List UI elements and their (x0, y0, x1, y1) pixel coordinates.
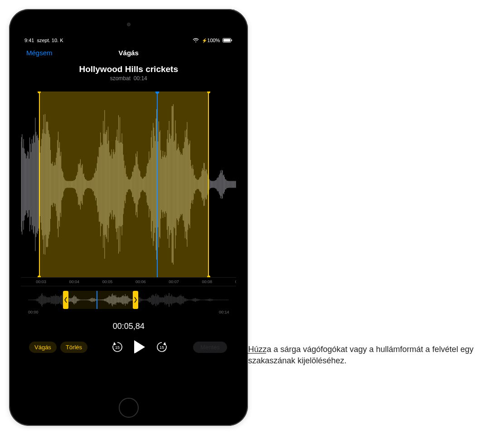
svg-rect-2 (232, 39, 233, 41)
playhead[interactable] (157, 92, 158, 277)
overview-start-time: 00:00 (28, 310, 39, 314)
home-button[interactable] (119, 398, 139, 418)
ruler-tick: 00:05 (102, 280, 113, 284)
screen-title: Vágás (119, 49, 139, 57)
battery-percent: ⚡100% (202, 38, 220, 43)
waveform-editor[interactable] (21, 92, 236, 277)
recording-header: Hollywood Hills crickets szombat 00:14 (21, 64, 236, 82)
overview-selection[interactable] (68, 291, 133, 309)
overview-times: 00:00 00:14 (28, 310, 229, 314)
status-time: 9:41 (24, 38, 34, 43)
cancel-button[interactable]: Mégsem (26, 49, 53, 57)
ruler-tick: 00:08 (202, 280, 213, 284)
app-screen: 9:41 szept. 10. K ⚡100% Mégse (21, 36, 236, 394)
callout-leader-line (80, 344, 271, 371)
overview-shade-right (133, 291, 229, 309)
ruler-tick: 00:06 (136, 280, 146, 284)
ruler-tick: 00:07 (169, 280, 179, 284)
trim-button[interactable]: Vágás (29, 342, 57, 353)
wifi-icon (193, 38, 199, 43)
overview-playhead[interactable] (97, 291, 97, 309)
recording-title: Hollywood Hills crickets (21, 64, 236, 74)
trim-handle-start-top[interactable] (38, 92, 41, 93)
overview-handle-start[interactable] (63, 291, 68, 309)
battery-icon (223, 38, 233, 43)
front-camera (127, 23, 131, 26)
ruler-tick: 00:04 (69, 280, 80, 284)
overview-end-time: 00:14 (219, 310, 229, 314)
ruler-tick: 00:09 (235, 280, 237, 284)
status-date: szept. 10. K (37, 38, 63, 43)
annotation-callout (80, 344, 248, 371)
time-ruler: 00:02 00:03 00:04 00:05 00:06 00:07 00:0… (21, 277, 236, 286)
overview-shade-left (28, 291, 68, 309)
overview-handle-end[interactable] (133, 291, 138, 309)
nav-bar: Mégsem Vágás (21, 44, 236, 61)
annotation-text: Húzza a sárga vágófogókat vagy a hullámf… (248, 344, 495, 366)
overview-timeline[interactable] (28, 291, 229, 309)
status-bar: 9:41 szept. 10. K ⚡100% (21, 36, 236, 44)
recording-subtitle: szombat 00:14 (21, 75, 236, 82)
ruler-tick: 00:03 (36, 280, 46, 284)
svg-rect-1 (223, 39, 230, 42)
playback-position: 00:05,84 (21, 322, 236, 331)
